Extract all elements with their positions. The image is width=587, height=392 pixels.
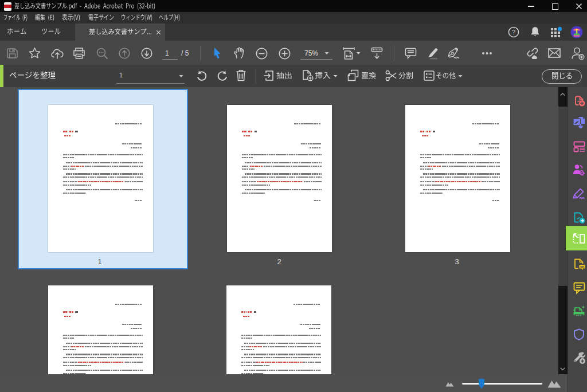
svg-text:?: ?	[512, 29, 515, 36]
